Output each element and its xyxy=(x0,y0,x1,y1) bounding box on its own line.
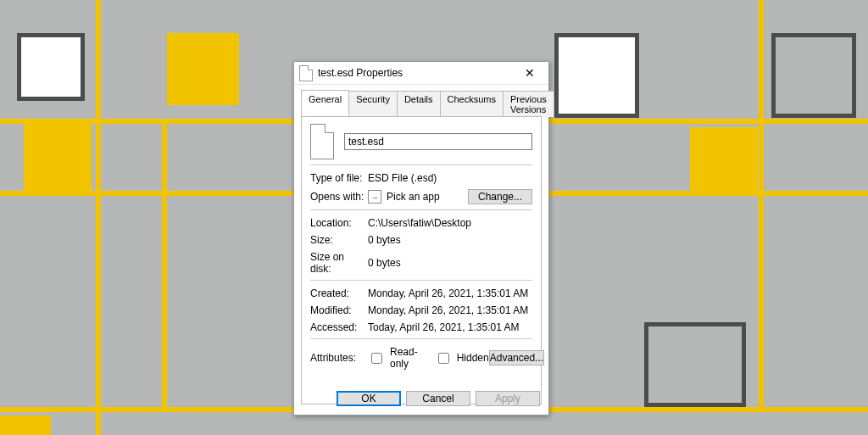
created-value: Monday, April 26, 2021, 1:35:01 AM xyxy=(368,287,532,299)
file-icon xyxy=(299,65,313,81)
pick-app-icon: → xyxy=(368,190,381,204)
type-of-file-value: ESD File (.esd) xyxy=(368,172,532,184)
apply-button[interactable]: Apply xyxy=(476,391,540,406)
location-label: Location: xyxy=(310,217,368,229)
tab-page-general: Type of file: ESD File (.esd) Opens with… xyxy=(301,116,542,404)
hidden-checkbox[interactable] xyxy=(438,353,449,364)
tab-previous-versions[interactable]: Previous Versions xyxy=(503,91,554,117)
type-of-file-label: Type of file: xyxy=(310,172,368,184)
hidden-label: Hidden xyxy=(457,352,489,364)
size-value: 0 bytes xyxy=(368,234,532,246)
ok-button[interactable]: OK xyxy=(337,391,401,406)
tab-security[interactable]: Security xyxy=(348,91,398,117)
accessed-label: Accessed: xyxy=(310,321,368,333)
window-title: test.esd Properties xyxy=(318,62,516,84)
change-button[interactable]: Change... xyxy=(468,189,532,204)
modified-label: Modified: xyxy=(310,304,368,316)
filename-input[interactable] xyxy=(344,133,532,150)
opens-with-label: Opens with: xyxy=(310,191,368,203)
size-on-disk-label: Size on disk: xyxy=(310,251,368,275)
tab-strip: General Security Details Checksums Previ… xyxy=(294,85,548,116)
separator xyxy=(310,165,532,165)
cancel-button[interactable]: Cancel xyxy=(406,391,470,406)
dialog-footer: OK Cancel Apply xyxy=(337,391,540,406)
tab-details[interactable]: Details xyxy=(397,91,441,117)
file-type-icon xyxy=(310,124,334,159)
close-button[interactable]: ✕ xyxy=(516,62,543,84)
size-label: Size: xyxy=(310,234,368,246)
separator xyxy=(310,209,532,210)
accessed-value: Today, April 26, 2021, 1:35:01 AM xyxy=(368,321,532,333)
created-label: Created: xyxy=(310,287,368,299)
tab-checksums[interactable]: Checksums xyxy=(440,91,504,117)
separator xyxy=(310,338,532,339)
read-only-checkbox[interactable] xyxy=(371,353,382,364)
opens-with-value: Pick an app xyxy=(387,191,440,203)
size-on-disk-value: 0 bytes xyxy=(368,257,532,269)
read-only-label: Read-only xyxy=(390,346,420,370)
properties-dialog: test.esd Properties ✕ General Security D… xyxy=(293,61,549,415)
location-value: C:\Users\fatiw\Desktop xyxy=(368,217,532,229)
modified-value: Monday, April 26, 2021, 1:35:01 AM xyxy=(368,304,532,316)
titlebar[interactable]: test.esd Properties ✕ xyxy=(294,62,548,85)
separator xyxy=(310,280,532,281)
tab-general[interactable]: General xyxy=(301,90,349,116)
attributes-label: Attributes: xyxy=(310,352,368,364)
advanced-button[interactable]: Advanced... xyxy=(489,350,544,365)
